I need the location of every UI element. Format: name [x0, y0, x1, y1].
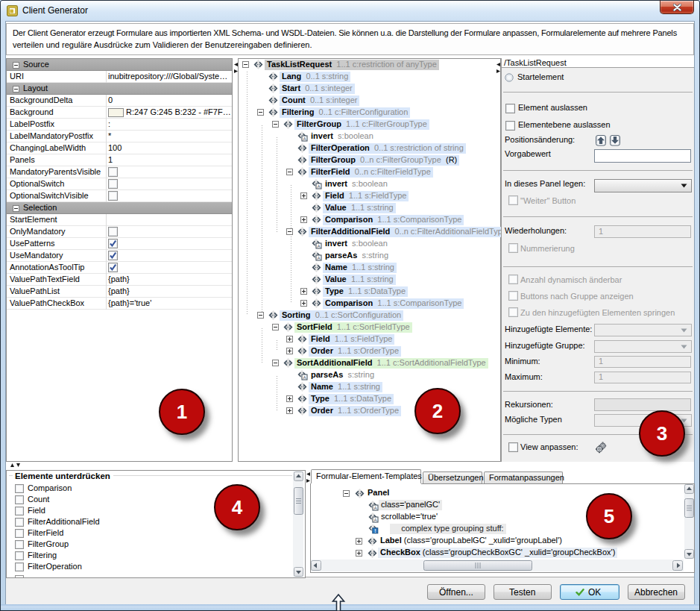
- svg-text:!: !: [374, 528, 376, 533]
